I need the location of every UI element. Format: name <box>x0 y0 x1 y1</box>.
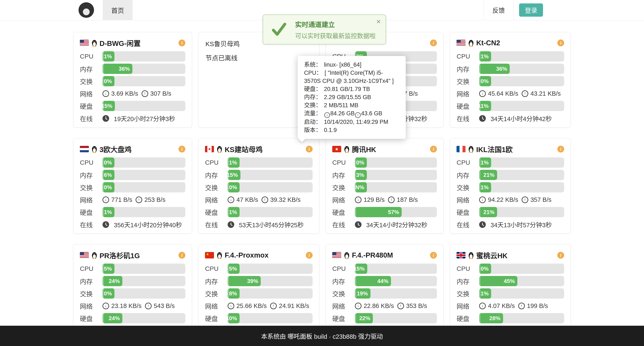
swap-progress-fill: 0% <box>102 182 114 192</box>
swap-percent: 0% <box>481 78 489 84</box>
server-name: Kt-CN2 <box>476 39 500 47</box>
memory-progress-fill: 36% <box>479 64 510 74</box>
cpu-row: CPU 5% <box>205 263 312 274</box>
tooltip-system-row: 系统：linux- [x86_64] <box>304 61 399 69</box>
swap-percent: N% <box>355 184 364 191</box>
network-row: 网络 ↓ 771 B/s ↑ 253 B/s <box>80 194 185 205</box>
info-icon[interactable]: i <box>178 146 185 152</box>
disk-progress-track: 15% <box>102 101 185 111</box>
close-icon[interactable]: ✕ <box>376 18 381 25</box>
network-row: 网络 ↓ 129 B/s ↑ 187 B/s <box>332 194 437 205</box>
memory-percent: 3% <box>356 172 364 178</box>
cpu-label: CPU <box>456 265 479 272</box>
cpu-progress-track: 1% <box>479 158 564 168</box>
country-flag-icon <box>205 252 214 258</box>
cpu-label: CPU <box>332 159 355 166</box>
server-name: D-BWG-闲置 <box>100 38 140 48</box>
memory-row: 内存 39% <box>205 276 312 286</box>
upload-speed: 307 B/s <box>150 90 171 97</box>
swap-progress-fill: 0% <box>479 76 491 86</box>
tooltip-disk-value: 20.81 GB/1.79 TB <box>324 86 370 92</box>
server-card: KS建站母鸡 i CPU 1% 内存 15% 交换 0% <box>198 138 319 234</box>
disk-row: 硬盘 1% <box>80 207 185 218</box>
server-card: Kt-CN2 i CPU 1% 内存 36% 交换 0% <box>450 32 571 128</box>
memory-label: 内存 <box>205 276 228 286</box>
download-arrow-icon: ↓ <box>102 196 109 203</box>
info-icon[interactable]: i <box>557 146 564 152</box>
login-button[interactable]: 登录 <box>519 4 543 17</box>
network-row: 网络 ↓ 94.22 KB/s ↑ 357 B/s <box>456 194 564 205</box>
upload-speed: 353 B/s <box>406 302 427 310</box>
uptime-value: 19天20小时27分钟3秒 <box>114 114 175 123</box>
disk-row: 硬盘 24% <box>80 313 185 324</box>
tooltip-cpu-label: CPU： <box>304 70 322 76</box>
uptime-label: 在线 <box>205 220 228 229</box>
linux-penguin-icon <box>468 39 474 47</box>
info-icon[interactable]: i <box>306 252 312 259</box>
tooltip-memory-value: 2.29 GB/15.55 GB <box>324 94 371 100</box>
upload-speed: 199 B/s <box>527 302 548 310</box>
cpu-percent: 0% <box>104 159 112 166</box>
server-card-header: F.4.-Proxmox i <box>205 249 312 261</box>
swap-progress-track: 8% <box>228 288 312 298</box>
disk-label: 硬盘 <box>80 101 102 111</box>
nav-tab-home[interactable]: 首页 <box>103 0 132 20</box>
cpu-label: CPU <box>80 265 102 272</box>
nezha-panel-link[interactable]: 哪吒面板 <box>288 332 312 340</box>
tooltip-version-row: 版本：0.1.9 <box>304 126 399 134</box>
tooltip-disk-label: 硬盘： <box>304 86 321 92</box>
info-icon[interactable]: i <box>178 40 185 46</box>
tooltip-swap-value: 2 MB/511 MB <box>324 102 358 108</box>
navbar-right: 反馈 登录 <box>484 0 644 20</box>
uptime-row: 在线 53天13小时45分钟25秒 <box>205 219 312 230</box>
server-card: 腾讯HK i CPU 0% 内存 3% 交换 N% <box>326 138 444 234</box>
disk-row: 硬盘 28% <box>456 313 564 324</box>
cpu-label: CPU <box>456 159 479 166</box>
network-label: 网络 <box>456 195 479 204</box>
info-icon[interactable]: i <box>557 252 564 259</box>
disk-progress-fill: 1% <box>102 207 114 217</box>
swap-progress-track: N% <box>355 182 437 192</box>
memory-progress-fill: 15% <box>228 170 240 180</box>
swap-progress-fill: 1% <box>479 288 491 298</box>
server-card-header: PR洛杉矶1G i <box>80 249 185 261</box>
disk-percent: 1% <box>229 209 237 216</box>
upload-speed: 543 B/s <box>154 302 175 310</box>
server-info-tooltip: 系统：linux- [x86_64] CPU：[ "Intel(R) Core(… <box>298 56 406 139</box>
swap-row: 交换 N% <box>332 182 437 193</box>
info-icon[interactable]: i <box>557 40 564 46</box>
disk-label: 硬盘 <box>456 208 479 217</box>
cpu-percent: 0% <box>356 159 364 166</box>
footer-text-prefix: 本系统由 <box>261 332 286 340</box>
uptime-row: 在线 34天13小时57分钟3秒 <box>456 219 564 230</box>
cpu-progress-track: 5% <box>228 264 312 274</box>
tooltip-version-value: 0.1.9 <box>324 127 337 133</box>
network-row: 网络 ↓ 45.64 KB/s ↑ 43.21 KB/s <box>456 88 564 99</box>
toast-notification: 实时通道建立 可以实时获取最新监控数据啦 ✕ <box>263 14 386 44</box>
download-speed: 25.66 KB/s <box>236 302 267 310</box>
disk-progress-fill: 21% <box>479 207 497 217</box>
info-icon[interactable]: i <box>306 146 312 152</box>
server-card-header: IKL法国1欧 i <box>456 143 564 155</box>
server-card-header: F.4.-PR480M i <box>332 249 437 261</box>
memory-progress-fill: 36% <box>102 64 132 74</box>
tooltip-system-value: linux- [x86_64] <box>324 62 362 68</box>
memory-row: 内存 6% <box>80 170 185 180</box>
site-logo-avatar[interactable] <box>78 2 94 18</box>
disk-percent: 28% <box>490 315 500 322</box>
cpu-row: CPU 1% <box>456 51 564 62</box>
info-icon[interactable]: i <box>430 146 437 152</box>
disk-progress-fill: 11% <box>479 101 491 111</box>
feedback-link[interactable]: 反馈 <box>484 0 514 20</box>
disk-percent: 11% <box>479 103 488 109</box>
info-icon[interactable]: i <box>430 252 437 259</box>
info-icon[interactable]: i <box>178 252 185 259</box>
tooltip-traffic-row: 流量：↓84.26 GB↑43.6 GB <box>304 109 399 118</box>
info-icon[interactable]: i <box>430 40 437 46</box>
cpu-progress-fill: 1% <box>228 158 240 168</box>
download-arrow-icon: ↓ <box>355 196 362 203</box>
swap-label: 交换 <box>332 289 355 298</box>
cpu-progress-fill: 1% <box>479 158 491 168</box>
server-name: F.4.-PR480M <box>352 251 393 259</box>
memory-percent: 36% <box>496 66 507 72</box>
